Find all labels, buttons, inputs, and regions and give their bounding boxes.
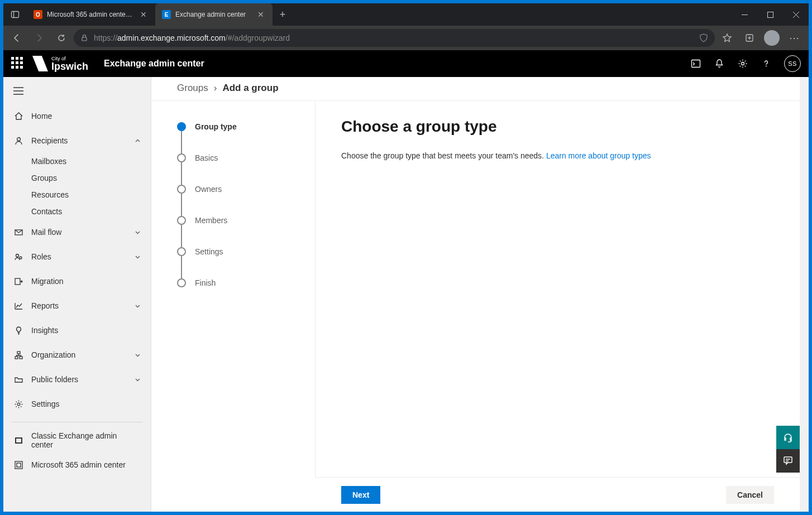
tab-actions-button[interactable] [6, 10, 25, 19]
step-label: Owners [195, 185, 222, 194]
nav-recipients[interactable]: Recipients [3, 128, 151, 153]
step-members[interactable]: Members [177, 216, 315, 225]
url-input[interactable]: https://admin.exchange.microsoft.com/#/a… [74, 29, 715, 47]
reports-icon [13, 301, 23, 311]
minimize-button[interactable] [732, 3, 757, 26]
cancel-button[interactable]: Cancel [726, 486, 774, 504]
nav-label: Settings [31, 400, 141, 408]
org-big-text: Ipswich [51, 61, 88, 71]
settings-gear-icon[interactable] [737, 58, 748, 69]
help-icon[interactable] [761, 58, 772, 69]
browser-tabs: O Microsoft 365 admin center - Gr ✕ E Ex… [27, 3, 293, 26]
step-connector [181, 225, 182, 247]
step-connector [181, 162, 182, 185]
step-connector [181, 131, 182, 153]
nav-sub-resources[interactable]: Resources [3, 186, 151, 203]
more-button[interactable]: ⋯ [784, 28, 804, 48]
back-button[interactable] [7, 28, 27, 48]
step-dot-icon [177, 153, 186, 162]
browser-tab-exchange[interactable]: E Exchange admin center ✕ [155, 3, 273, 26]
browser-address-bar: https://admin.exchange.microsoft.com/#/a… [3, 26, 809, 50]
nav-settings[interactable]: Settings [3, 392, 151, 416]
forward-button[interactable] [29, 28, 49, 48]
browser-titlebar: O Microsoft 365 admin center - Gr ✕ E Ex… [3, 3, 809, 26]
next-button[interactable]: Next [341, 486, 380, 504]
close-tab-icon[interactable]: ✕ [256, 10, 266, 19]
nav-label: Insights [31, 326, 141, 335]
nav-label: Microsoft 365 admin center [31, 460, 141, 469]
notifications-icon[interactable] [714, 58, 725, 69]
profile-button[interactable] [762, 28, 782, 48]
floating-help-buttons [776, 426, 800, 473]
nav-roles[interactable]: Roles [3, 244, 151, 269]
org-logo[interactable]: City of Ipswich [32, 56, 88, 71]
chevron-up-icon [135, 138, 141, 144]
scrollbar-track[interactable] [800, 77, 809, 512]
nav-divider [11, 422, 143, 422]
maximize-button[interactable] [757, 3, 783, 26]
app-title: Exchange admin center [104, 59, 204, 69]
nav-home[interactable]: Home [3, 104, 151, 128]
step-finish[interactable]: Finish [177, 278, 315, 287]
nav-classic-exchange[interactable]: Classic Exchange admin center [3, 428, 151, 453]
nav-label: Classic Exchange admin center [31, 431, 141, 449]
nav-m365-admin[interactable]: Microsoft 365 admin center [3, 453, 151, 477]
tracking-prevention-icon[interactable] [699, 33, 708, 42]
step-group-type[interactable]: Group type [177, 122, 315, 131]
collections-button[interactable] [739, 28, 760, 48]
org-mark-icon [32, 56, 48, 71]
nav-organization[interactable]: Organization [3, 343, 151, 367]
chevron-down-icon [135, 377, 141, 383]
step-dot-icon [177, 278, 186, 287]
step-label: Group type [195, 122, 237, 131]
favorites-button[interactable] [717, 28, 737, 48]
nav-sub-mailboxes[interactable]: Mailboxes [3, 153, 151, 170]
nav-publicfolders[interactable]: Public folders [3, 367, 151, 392]
close-tab-icon[interactable]: ✕ [138, 10, 149, 19]
nav-label: Public folders [31, 375, 127, 384]
feedback-icon[interactable] [776, 449, 800, 473]
browser-tab-m365[interactable]: O Microsoft 365 admin center - Gr ✕ [27, 3, 155, 26]
svg-point-11 [742, 62, 744, 65]
folder-icon [13, 374, 23, 384]
svg-rect-28 [17, 463, 21, 467]
nav-sub-label: Mailboxes [31, 157, 66, 166]
hamburger-icon[interactable] [3, 81, 151, 100]
breadcrumb-parent[interactable]: Groups [177, 83, 208, 94]
nav-mailflow[interactable]: Mail flow [3, 220, 151, 244]
nav-sub-contacts[interactable]: Contacts [3, 203, 151, 220]
nav-insights[interactable]: Insights [3, 318, 151, 343]
url-text: https://admin.exchange.microsoft.com/#/a… [94, 33, 694, 42]
app-launcher-icon[interactable] [11, 57, 25, 70]
close-window-button[interactable] [783, 3, 809, 26]
refresh-button[interactable] [51, 28, 71, 48]
chevron-right-icon: › [214, 83, 217, 94]
svg-rect-0 [12, 12, 19, 18]
shell-button-icon[interactable] [690, 58, 701, 69]
m365-favicon: O [34, 10, 42, 19]
wizard-content: Choose a group type Choose the group typ… [316, 101, 800, 477]
svg-rect-22 [15, 357, 18, 359]
learn-more-link[interactable]: Learn more about group types [546, 151, 651, 160]
person-icon [13, 136, 23, 146]
step-label: Members [195, 216, 227, 225]
chevron-down-icon [135, 352, 141, 358]
step-basics[interactable]: Basics [177, 153, 315, 162]
account-avatar[interactable]: SS [784, 55, 801, 72]
mail-icon [13, 227, 23, 237]
nav-reports[interactable]: Reports [3, 293, 151, 318]
step-owners[interactable]: Owners [177, 185, 315, 194]
window-controls [732, 3, 809, 26]
nav-label: Roles [31, 252, 127, 261]
step-settings[interactable]: Settings [177, 247, 315, 256]
new-tab-button[interactable]: + [273, 3, 293, 26]
svg-rect-27 [15, 461, 22, 469]
sidebar: Home Recipients Mailboxes Groups Resourc… [3, 77, 151, 512]
step-dot-icon [177, 216, 186, 225]
help-headset-icon[interactable] [776, 426, 800, 449]
wizard-steps: Group type Basics Owners M [151, 101, 316, 477]
nav-migration[interactable]: Migration [3, 269, 151, 293]
step-dot-icon [177, 247, 186, 256]
nav-label: Mail flow [31, 228, 127, 237]
nav-sub-groups[interactable]: Groups [3, 170, 151, 186]
